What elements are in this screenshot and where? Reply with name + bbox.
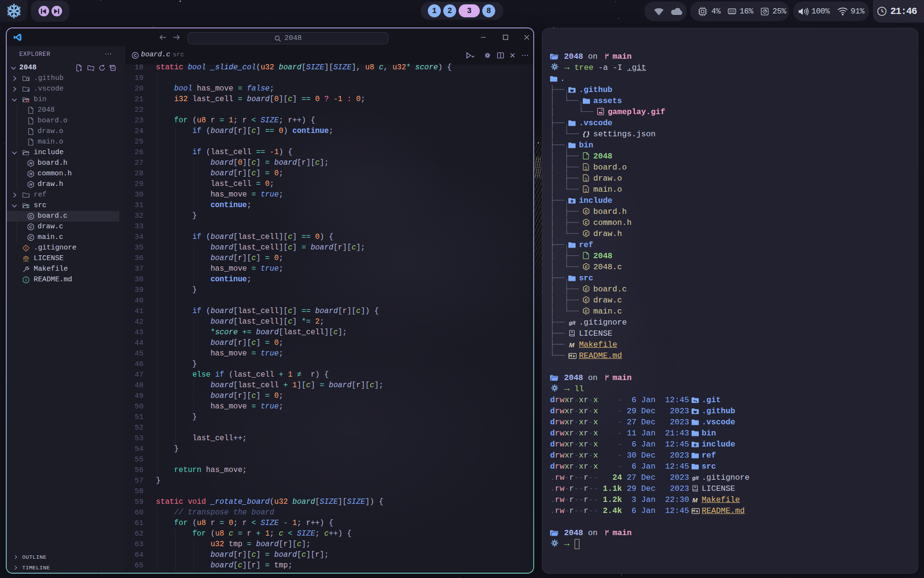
svg-text:git: git xyxy=(692,475,699,481)
svg-text:C: C xyxy=(585,265,588,270)
svg-text:H: H xyxy=(29,171,33,176)
svg-text:H: H xyxy=(29,161,33,166)
svg-text:H: H xyxy=(29,182,33,187)
svg-text:C: C xyxy=(29,224,33,229)
svg-text:C: C xyxy=(29,235,33,240)
svg-text:C: C xyxy=(585,221,588,225)
svg-text:{}: {} xyxy=(583,131,590,137)
svg-text:C: C xyxy=(585,298,588,303)
svg-text:M: M xyxy=(569,342,575,348)
svg-text:C: C xyxy=(585,309,588,314)
svg-text:git: git xyxy=(568,320,576,326)
svg-text:M: M xyxy=(692,497,698,503)
svg-text:10: 10 xyxy=(585,179,588,181)
svg-text:10: 10 xyxy=(585,190,588,192)
svg-text:C: C xyxy=(585,287,588,292)
svg-text:C: C xyxy=(29,214,33,219)
svg-text:C: C xyxy=(585,210,588,214)
svg-text:C: C xyxy=(134,53,137,58)
svg-text:C: C xyxy=(585,232,588,236)
svg-text:10: 10 xyxy=(585,168,588,170)
